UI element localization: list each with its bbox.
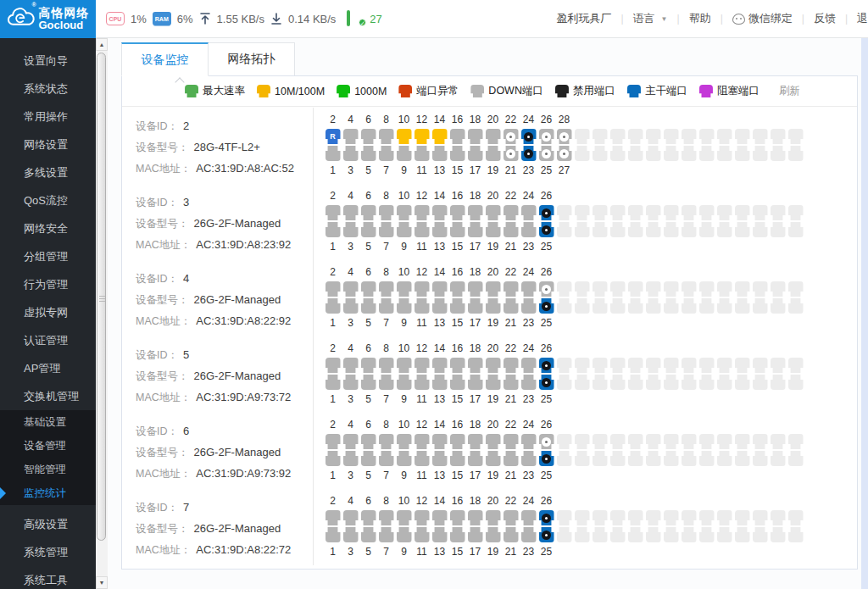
port-24[interactable] xyxy=(521,205,537,220)
port-3[interactable] xyxy=(343,375,359,390)
port-12[interactable] xyxy=(415,281,430,297)
port-17[interactable] xyxy=(468,375,483,390)
port-28[interactable] xyxy=(557,129,572,144)
port-15[interactable] xyxy=(450,527,465,542)
port-8[interactable] xyxy=(379,358,394,373)
port-5[interactable] xyxy=(361,222,376,237)
port-8[interactable] xyxy=(379,434,394,449)
port-23[interactable] xyxy=(521,527,537,542)
port-1[interactable] xyxy=(326,527,341,542)
sidebar-scrollbar[interactable]: ▲ ▼ xyxy=(96,38,108,589)
port-16[interactable] xyxy=(450,510,465,525)
port-27[interactable] xyxy=(557,146,572,161)
port-5[interactable] xyxy=(361,298,376,314)
port-13[interactable] xyxy=(432,222,448,237)
port-17[interactable] xyxy=(468,298,483,314)
help-link[interactable]: 帮助 xyxy=(689,11,711,26)
port-1[interactable] xyxy=(326,298,341,314)
port-6[interactable] xyxy=(361,510,376,525)
port-25[interactable] xyxy=(539,451,554,466)
port-22[interactable] xyxy=(504,510,519,525)
tab-network-topology[interactable]: 网络拓扑 xyxy=(208,42,295,76)
port-11[interactable] xyxy=(415,527,430,542)
port-5[interactable] xyxy=(361,451,376,466)
port-14[interactable] xyxy=(432,129,448,144)
port-13[interactable] xyxy=(432,375,448,390)
port-9[interactable] xyxy=(397,375,412,390)
port-14[interactable] xyxy=(432,281,448,297)
port-9[interactable] xyxy=(397,146,412,161)
port-21[interactable] xyxy=(504,298,519,314)
language-menu[interactable]: 语言 ▼ xyxy=(633,11,668,26)
port-2[interactable]: R xyxy=(326,129,341,144)
port-11[interactable] xyxy=(415,222,430,237)
sidebar-item-基础设置[interactable]: 基础设置 xyxy=(0,410,96,434)
port-16[interactable] xyxy=(450,358,465,373)
port-13[interactable] xyxy=(432,298,448,314)
sidebar-item-虚拟专网[interactable]: 虚拟专网 xyxy=(0,298,96,326)
sidebar-item-分组管理[interactable]: 分组管理 xyxy=(0,242,96,270)
feedback-link[interactable]: 反馈 xyxy=(814,11,836,26)
port-12[interactable] xyxy=(415,358,430,373)
port-24[interactable] xyxy=(521,510,537,525)
port-12[interactable] xyxy=(415,434,430,449)
sidebar-item-设置向导[interactable]: 设置向导 xyxy=(0,47,96,75)
port-10[interactable] xyxy=(397,281,412,297)
port-16[interactable] xyxy=(450,205,465,220)
port-20[interactable] xyxy=(486,205,501,220)
main-scrollbar-track[interactable] xyxy=(861,38,868,589)
port-25[interactable] xyxy=(539,527,554,542)
port-19[interactable] xyxy=(486,146,501,161)
port-11[interactable] xyxy=(415,375,430,390)
port-26[interactable] xyxy=(539,129,554,144)
port-26[interactable] xyxy=(539,358,554,373)
port-20[interactable] xyxy=(486,510,501,525)
port-16[interactable] xyxy=(450,129,465,144)
port-8[interactable] xyxy=(379,281,394,297)
port-12[interactable] xyxy=(415,510,430,525)
port-3[interactable] xyxy=(343,146,359,161)
port-13[interactable] xyxy=(432,146,448,161)
port-11[interactable] xyxy=(415,451,430,466)
port-2[interactable] xyxy=(326,281,341,297)
port-24[interactable] xyxy=(521,358,537,373)
refresh-button[interactable]: 刷新 xyxy=(779,84,800,98)
sidebar-item-行为管理[interactable]: 行为管理 xyxy=(0,270,96,298)
port-26[interactable] xyxy=(539,434,554,449)
port-3[interactable] xyxy=(343,527,359,542)
port-9[interactable] xyxy=(397,222,412,237)
port-3[interactable] xyxy=(343,451,359,466)
port-13[interactable] xyxy=(432,527,448,542)
port-22[interactable] xyxy=(504,434,519,449)
port-10[interactable] xyxy=(397,358,412,373)
port-19[interactable] xyxy=(486,527,501,542)
port-18[interactable] xyxy=(468,510,483,525)
sidebar-item-网络设置[interactable]: 网络设置 xyxy=(0,131,96,158)
port-24[interactable] xyxy=(521,281,537,297)
port-12[interactable] xyxy=(415,205,430,220)
port-19[interactable] xyxy=(486,375,501,390)
port-11[interactable] xyxy=(415,146,430,161)
port-14[interactable] xyxy=(432,434,448,449)
port-8[interactable] xyxy=(379,205,394,220)
scroll-up-button[interactable]: ▲ xyxy=(96,38,108,51)
sidebar-item-多线设置[interactable]: 多线设置 xyxy=(0,158,96,186)
port-20[interactable] xyxy=(486,281,501,297)
port-18[interactable] xyxy=(468,205,483,220)
port-10[interactable] xyxy=(397,434,412,449)
port-4[interactable] xyxy=(343,358,359,373)
port-14[interactable] xyxy=(432,510,448,525)
port-1[interactable] xyxy=(326,222,341,237)
port-15[interactable] xyxy=(450,222,465,237)
port-14[interactable] xyxy=(432,205,448,220)
port-21[interactable] xyxy=(504,375,519,390)
port-26[interactable] xyxy=(539,205,554,220)
port-25[interactable] xyxy=(539,375,554,390)
port-1[interactable] xyxy=(326,451,341,466)
port-2[interactable] xyxy=(326,434,341,449)
port-4[interactable] xyxy=(343,434,359,449)
port-8[interactable] xyxy=(379,510,394,525)
port-9[interactable] xyxy=(397,527,412,542)
port-25[interactable] xyxy=(539,222,554,237)
sidebar-item-智能管理[interactable]: 智能管理 xyxy=(0,458,96,481)
